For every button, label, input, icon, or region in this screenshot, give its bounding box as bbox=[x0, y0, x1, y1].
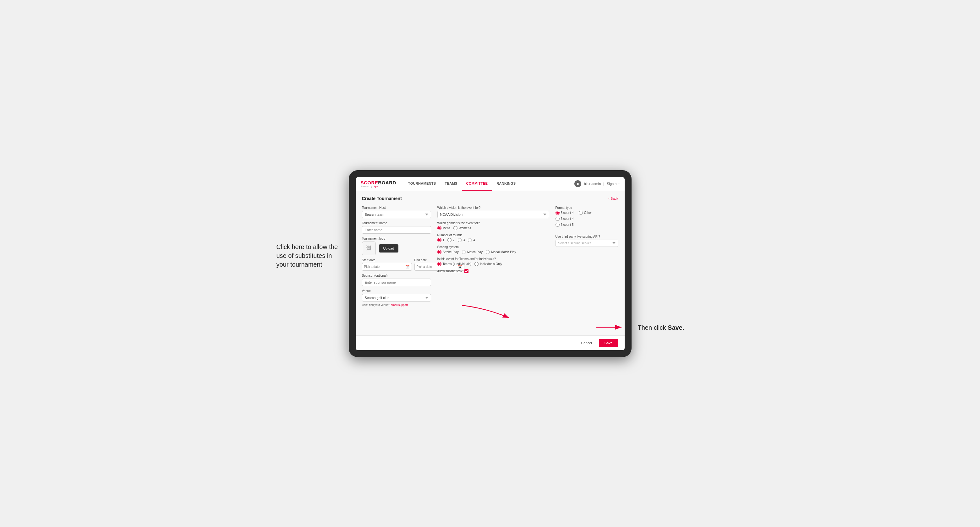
tournament-host-group: Tournament Host Search team bbox=[362, 206, 431, 218]
division-select[interactable]: NCAA Division I NCAA Division II NCAA Di… bbox=[438, 211, 549, 218]
nav-committee[interactable]: COMMITTEE bbox=[462, 177, 492, 191]
col-format-type: Format type 5 count 4 Other bbox=[555, 206, 618, 306]
page-header: Create Tournament ‹ Back bbox=[362, 196, 618, 201]
format-options: 5 count 4 Other 6 count 4 bbox=[555, 211, 618, 227]
calendar-icon-start: 📅 bbox=[405, 265, 410, 269]
sign-out-link[interactable]: Sign out bbox=[607, 182, 619, 186]
tournament-name-input[interactable] bbox=[362, 226, 431, 234]
format-type-group: Format type 5 count 4 Other bbox=[555, 206, 618, 227]
event-type-radio-group: Teams (+Individuals) Individuals Only bbox=[438, 262, 549, 266]
cancel-button[interactable]: Cancel bbox=[578, 339, 596, 347]
venue-select[interactable]: Search golf club bbox=[362, 294, 431, 302]
tournament-logo-group: Tournament logo 🖼 Upload bbox=[362, 237, 431, 256]
format-row-1: 5 count 4 Other bbox=[555, 211, 618, 215]
rounds-group: Number of rounds 1 2 bbox=[438, 233, 549, 242]
nav-rankings[interactable]: RANKINGS bbox=[492, 177, 520, 191]
allow-substitutes-text: Allow substitutes? bbox=[438, 270, 463, 273]
email-support-link[interactable]: email support bbox=[391, 303, 408, 306]
gender-label: Which gender is the event for? bbox=[438, 221, 549, 225]
tournament-name-label: Tournament name bbox=[362, 221, 431, 225]
venue-group: Venue Search golf club Can't find your v… bbox=[362, 289, 431, 306]
tablet-frame: SCOREBOARD Powered by clippd TOURNAMENTS… bbox=[349, 170, 632, 357]
format-6count5[interactable]: 6 count 5 bbox=[555, 223, 618, 227]
nav-tournaments[interactable]: TOURNAMENTS bbox=[404, 177, 441, 191]
form-grid: Tournament Host Search team Tournament n… bbox=[362, 206, 618, 306]
gender-mens[interactable]: Mens bbox=[438, 226, 450, 230]
format-other[interactable]: Other bbox=[579, 211, 592, 215]
scoring-api-label: Use third-party live scoring API? bbox=[555, 235, 618, 238]
tablet-screen: SCOREBOARD Powered by clippd TOURNAMENTS… bbox=[356, 177, 625, 350]
rounds-3[interactable]: 3 bbox=[458, 238, 465, 242]
sponsor-label: Sponsor (optional) bbox=[362, 274, 431, 277]
tournament-host-label: Tournament Host bbox=[362, 206, 431, 210]
separator: | bbox=[603, 182, 604, 186]
rounds-2[interactable]: 2 bbox=[447, 238, 455, 242]
format-5count4[interactable]: 5 count 4 bbox=[555, 211, 574, 215]
scoring-stroke-play[interactable]: Stroke Play bbox=[438, 250, 459, 254]
upload-button[interactable]: Upload bbox=[379, 244, 399, 252]
rounds-4[interactable]: 4 bbox=[468, 238, 475, 242]
logo: SCOREBOARD Powered by clippd bbox=[361, 180, 396, 187]
scoring-system-radio-group: Stroke Play Match Play Medal Match Play bbox=[438, 250, 549, 254]
scoring-api-select[interactable]: Select a scoring service bbox=[555, 240, 618, 247]
start-date-label: Start date bbox=[362, 259, 412, 262]
back-link[interactable]: ‹ Back bbox=[608, 197, 618, 200]
avatar: B bbox=[574, 180, 581, 187]
event-type-group: Is this event for Teams and/or Individua… bbox=[438, 257, 549, 266]
rounds-radio-group: 1 2 3 bbox=[438, 238, 549, 242]
sponsor-input[interactable] bbox=[362, 279, 431, 286]
logo-placeholder: 🖼 bbox=[362, 241, 376, 256]
division-group: Which division is the event for? NCAA Di… bbox=[438, 206, 549, 218]
date-row: Start date 📅 End date bbox=[362, 259, 431, 271]
nav-links: TOURNAMENTS TEAMS COMMITTEE RANKINGS bbox=[404, 177, 575, 191]
allow-substitutes-checkbox[interactable] bbox=[465, 269, 468, 273]
tournament-logo-label: Tournament logo bbox=[362, 237, 431, 240]
gender-group: Which gender is the event for? Mens Wome… bbox=[438, 221, 549, 230]
scoring-system-group: Scoring system Stroke Play Match Play bbox=[438, 245, 549, 254]
rounds-label: Number of rounds bbox=[438, 233, 549, 237]
scoring-match-play[interactable]: Match Play bbox=[462, 250, 483, 254]
division-label: Which division is the event for? bbox=[438, 206, 549, 210]
event-type-label: Is this event for Teams and/or Individua… bbox=[438, 257, 549, 261]
venue-label: Venue bbox=[362, 289, 431, 293]
col-tournament-details: Tournament Host Search team Tournament n… bbox=[362, 206, 431, 306]
event-type-teams[interactable]: Teams (+Individuals) bbox=[438, 262, 472, 266]
scoring-medal-match-play[interactable]: Medal Match Play bbox=[486, 250, 516, 254]
format-type-label: Format type bbox=[555, 206, 618, 210]
page-title: Create Tournament bbox=[362, 196, 402, 201]
col-event-settings: Which division is the event for? NCAA Di… bbox=[438, 206, 549, 306]
format-6count4[interactable]: 6 count 4 bbox=[555, 217, 618, 221]
event-type-individuals[interactable]: Individuals Only bbox=[474, 262, 502, 266]
sponsor-group: Sponsor (optional) bbox=[362, 274, 431, 286]
tournament-name-group: Tournament name bbox=[362, 221, 431, 234]
page-content: Create Tournament ‹ Back Tournament Host… bbox=[356, 191, 625, 335]
action-bar: Cancel Save bbox=[356, 335, 625, 350]
start-date-input-inner[interactable]: 📅 bbox=[362, 263, 412, 271]
save-button[interactable]: Save bbox=[599, 339, 618, 347]
scoring-api-group: Use third-party live scoring API? Select… bbox=[555, 235, 618, 247]
logo-upload-area: 🖼 Upload bbox=[362, 241, 431, 256]
user-name: blair admin bbox=[584, 182, 601, 186]
gender-womens[interactable]: Womens bbox=[453, 226, 471, 230]
navigation: SCOREBOARD Powered by clippd TOURNAMENTS… bbox=[356, 177, 625, 191]
date-group: Start date 📅 End date bbox=[362, 259, 431, 271]
annotation-left: Click here to allow the use of substitut… bbox=[277, 243, 342, 269]
gender-radio-group: Mens Womens bbox=[438, 226, 549, 230]
user-area: B blair admin | Sign out bbox=[574, 180, 619, 187]
rounds-1[interactable]: 1 bbox=[438, 238, 445, 242]
annotation-right: Then click Save. bbox=[638, 323, 694, 332]
start-date-input[interactable] bbox=[364, 265, 404, 268]
nav-teams[interactable]: TEAMS bbox=[441, 177, 462, 191]
venue-help: Can't find your venue? email support bbox=[362, 303, 431, 306]
start-date-wrap: Start date 📅 bbox=[362, 259, 412, 271]
tournament-host-select[interactable]: Search team bbox=[362, 211, 431, 218]
scoring-system-label: Scoring system bbox=[438, 245, 549, 249]
allow-substitutes-label[interactable]: Allow substitutes? bbox=[438, 269, 549, 273]
allow-substitutes-group: Allow substitutes? bbox=[438, 269, 549, 273]
